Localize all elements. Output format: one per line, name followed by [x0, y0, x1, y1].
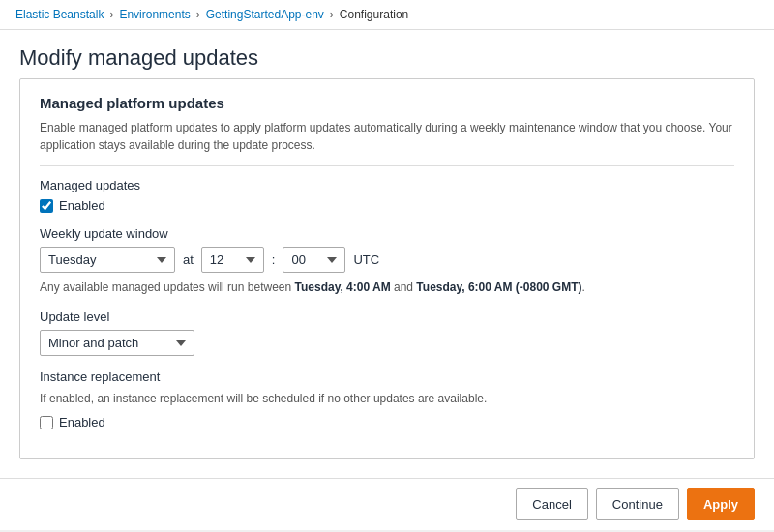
managed-updates-checkbox[interactable]	[40, 199, 53, 213]
weekly-window-group: Weekly update window Sunday Monday Tuesd…	[40, 226, 734, 296]
apply-button[interactable]: Apply	[687, 488, 755, 520]
update-level-group: Update level Minor and patch Patch only	[40, 310, 734, 356]
content-area: Managed platform updates Enable managed …	[0, 78, 774, 478]
minute-select[interactable]: 00 15 30 45	[283, 247, 345, 273]
at-label: at	[183, 252, 194, 267]
breadcrumb-sep1: ›	[109, 8, 113, 21]
info-prefix: Any available managed updates will run b…	[40, 281, 295, 294]
instance-replacement-checkbox[interactable]	[40, 416, 53, 429]
managed-updates-label: Managed updates	[40, 178, 734, 192]
breadcrumb-app-env[interactable]: GettingStartedApp-env	[206, 8, 324, 21]
cancel-button[interactable]: Cancel	[516, 488, 587, 520]
info-suffix: .	[582, 281, 585, 294]
card-title: Managed platform updates	[40, 95, 734, 111]
utc-label: UTC	[353, 252, 379, 267]
main-container: Modify managed updates Managed platform …	[0, 30, 774, 530]
weekly-window-label: Weekly update window	[40, 226, 734, 241]
weekly-window-row: Sunday Monday Tuesday Wednesday Thursday…	[40, 247, 734, 273]
update-level-select[interactable]: Minor and patch Patch only	[40, 330, 194, 356]
breadcrumb-environments[interactable]: Environments	[119, 8, 190, 21]
update-level-label: Update level	[40, 310, 734, 324]
managed-updates-group: Managed updates Enabled	[40, 178, 734, 213]
page-title: Modify managed updates	[19, 45, 755, 71]
breadcrumb-sep3: ›	[330, 8, 334, 21]
divider-1	[40, 165, 734, 166]
managed-updates-checkbox-row: Enabled	[40, 198, 734, 213]
card-description: Enable managed platform updates to apply…	[40, 119, 734, 154]
page-title-area: Modify managed updates	[0, 30, 774, 78]
breadcrumb-current: Configuration	[340, 8, 408, 21]
breadcrumb-elastic-beanstalk[interactable]: Elastic Beanstalk	[15, 8, 104, 21]
managed-platform-updates-card: Managed platform updates Enable managed …	[19, 78, 755, 459]
instance-replacement-label: Instance replacement	[40, 369, 734, 384]
instance-replacement-desc: If enabled, an instance replacement will…	[40, 390, 734, 407]
info-middle: and	[391, 281, 417, 294]
instance-replacement-checkbox-row: Enabled	[40, 415, 734, 429]
breadcrumb: Elastic Beanstalk › Environments › Getti…	[0, 0, 774, 30]
instance-replacement-checkbox-label[interactable]: Enabled	[59, 415, 105, 429]
colon-label: :	[272, 252, 276, 267]
info-bold1: Tuesday, 4:00 AM	[295, 281, 391, 294]
continue-button[interactable]: Continue	[596, 488, 679, 520]
day-select[interactable]: Sunday Monday Tuesday Wednesday Thursday…	[40, 247, 175, 273]
instance-replacement-group: Instance replacement If enabled, an inst…	[40, 369, 734, 429]
footer: Cancel Continue Apply	[0, 478, 774, 530]
managed-updates-checkbox-label[interactable]: Enabled	[59, 198, 105, 213]
info-bold2: Tuesday, 6:00 AM (-0800 GMT)	[416, 281, 581, 294]
breadcrumb-sep2: ›	[196, 8, 200, 21]
window-info-text: Any available managed updates will run b…	[40, 279, 734, 296]
hour-select[interactable]: 12 01020304 05060708 091011	[201, 247, 264, 273]
